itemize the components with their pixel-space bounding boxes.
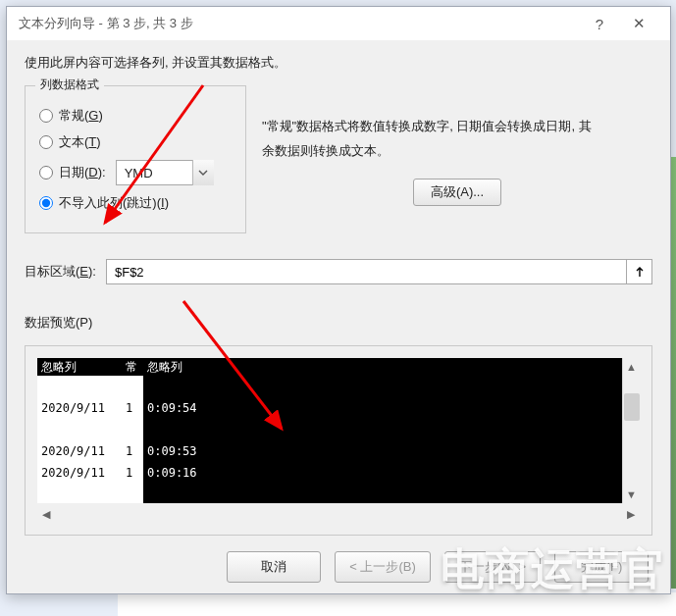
table-cell: 1: [122, 462, 143, 484]
chevron-down-icon[interactable]: [192, 160, 214, 185]
scroll-right-icon[interactable]: ▶: [622, 505, 640, 523]
radio-general-label: 常规(: [59, 108, 88, 123]
table-cell: 0:09:16: [143, 462, 640, 484]
table-cell: 2020/9/11: [37, 440, 122, 462]
preview-col-1[interactable]: 忽略列 2020/9/11 2020/9/11 2020/9/11: [37, 358, 122, 503]
table-cell: [37, 419, 122, 440]
table-cell: 1: [122, 440, 143, 462]
table-cell: [143, 376, 640, 397]
radio-text-input[interactable]: [39, 135, 53, 149]
scroll-left-icon[interactable]: ◀: [37, 505, 55, 523]
preview-grid[interactable]: 忽略列 2020/9/11 2020/9/11 2020/9/11 常 1: [37, 358, 640, 503]
radio-text-label: 文本(: [59, 134, 88, 149]
scrollbar-thumb[interactable]: [624, 393, 640, 421]
preview-col-3[interactable]: 忽略列 0:09:54 0:09:53 0:09:16: [143, 358, 640, 503]
preview-col3-header: 忽略列: [143, 358, 640, 376]
cancel-button[interactable]: 取消: [227, 551, 321, 583]
radio-skip-input[interactable]: [39, 196, 53, 210]
wizard-dialog: 文本分列向导 - 第 3 步, 共 3 步 ? ✕ 使用此屏内容可选择各列, 并…: [6, 6, 671, 594]
next-button[interactable]: 下一步(N) >: [444, 551, 541, 583]
titlebar: 文本分列向导 - 第 3 步, 共 3 步 ? ✕: [7, 7, 670, 40]
spreadsheet-bottom: [118, 592, 676, 616]
radio-general-hotkey: G: [88, 108, 98, 123]
scroll-down-icon[interactable]: ▼: [623, 486, 641, 503]
table-cell: 0:09:54: [143, 397, 640, 419]
dialog-subtitle: 使用此屏内容可选择各列, 并设置其数据格式。: [25, 54, 652, 72]
scroll-up-icon[interactable]: ▲: [623, 358, 641, 376]
destination-label: 目标区域(E):: [25, 263, 96, 281]
advanced-button[interactable]: 高级(A)...: [413, 179, 501, 206]
table-cell: 1: [122, 397, 143, 419]
preview-box: 忽略列 2020/9/11 2020/9/11 2020/9/11 常 1: [25, 345, 652, 536]
preview-col-2[interactable]: 常 1 1 1: [122, 358, 143, 503]
horizontal-scrollbar[interactable]: ◀ ▶: [37, 505, 640, 523]
date-format-combo[interactable]: YMD: [116, 160, 214, 185]
radio-text[interactable]: 文本(T): [39, 133, 232, 151]
table-cell: [143, 419, 640, 440]
table-cell: 2020/9/11: [37, 462, 122, 484]
radio-skip[interactable]: 不导入此列(跳过)(I): [39, 194, 232, 212]
table-cell: [122, 376, 143, 397]
radio-date[interactable]: 日期(D): YMD: [39, 160, 232, 185]
radio-general[interactable]: 常规(G): [39, 107, 232, 125]
preview-col2-header: 常: [122, 358, 143, 376]
range-picker-icon[interactable]: [627, 259, 652, 284]
radio-date-label: 日期(: [59, 165, 88, 180]
help-button[interactable]: ?: [580, 7, 619, 40]
close-button[interactable]: ✕: [619, 7, 658, 40]
destination-input[interactable]: [106, 259, 627, 284]
table-cell: [122, 419, 143, 440]
radio-date-hotkey: D: [88, 165, 97, 180]
preview-col1-header: 忽略列: [37, 358, 122, 376]
table-cell: 0:09:53: [143, 440, 640, 462]
column-format-group: 列数据格式 常规(G) 文本(T) 日期(D):: [25, 85, 246, 233]
preview-label: 数据预览(P): [25, 314, 652, 332]
back-button[interactable]: < 上一步(B): [335, 551, 431, 583]
group-legend: 列数据格式: [35, 77, 104, 93]
dialog-footer: 取消 < 上一步(B) 下一步(N) > 完成(F): [25, 551, 652, 583]
radio-general-input[interactable]: [39, 109, 53, 123]
vertical-scrollbar[interactable]: ▲ ▼: [622, 358, 640, 503]
finish-button[interactable]: 完成(F): [554, 551, 649, 583]
dialog-title: 文本分列向导 - 第 3 步, 共 3 步: [19, 15, 193, 32]
table-cell: 2020/9/11: [37, 397, 122, 419]
radio-skip-label: 不导入此列(跳过)(: [59, 195, 161, 210]
table-cell: [37, 376, 122, 397]
date-format-value: YMD: [125, 166, 153, 180]
radio-date-input[interactable]: [39, 166, 53, 180]
format-description: "常规"数据格式将数值转换成数字, 日期值会转换成日期, 其 余数据则转换成文本…: [262, 115, 652, 163]
